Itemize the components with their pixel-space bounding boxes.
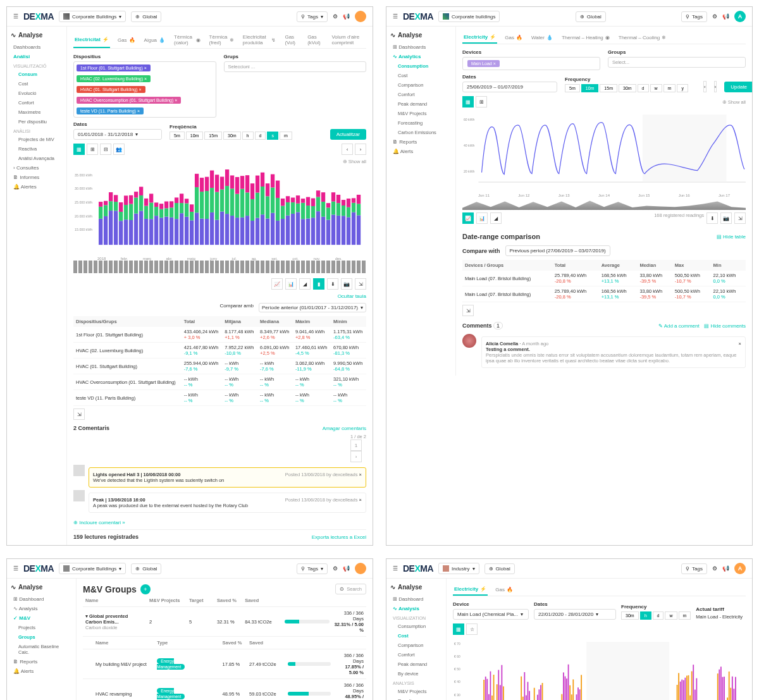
compare-select[interactable]: Previous period (27/06/2019 – 03/07/2019…: [505, 245, 610, 256]
update-button[interactable]: Actualitzar: [330, 129, 366, 140]
nav-cost[interactable]: Cost: [11, 79, 63, 89]
tab-electricity[interactable]: Electricity ⚡: [453, 584, 488, 596]
hide-comments-link[interactable]: ▤ Hide comments: [704, 323, 746, 329]
freq-d[interactable]: d: [255, 132, 266, 140]
freq-10m[interactable]: 10m: [581, 84, 599, 92]
nav-reports[interactable]: 🗎 Reports: [11, 657, 72, 666]
tab-gas-kvol[interactable]: Gas (kVol): [306, 32, 324, 48]
freq-w[interactable]: w: [650, 84, 662, 92]
nav-baseline[interactable]: Automatic Baseline Calc.: [11, 642, 72, 657]
export-icon[interactable]: ⇲: [734, 212, 746, 224]
groups-input[interactable]: Seleccioni ...: [224, 61, 367, 72]
search-input[interactable]: ⊙ Search: [335, 584, 366, 594]
dates-input[interactable]: 01/01/2018 - 31/12/2018 ▾: [73, 129, 162, 140]
freq-y[interactable]: y: [677, 84, 688, 92]
tab-aigua[interactable]: Aigua 💧: [143, 32, 166, 48]
nav-alerts[interactable]: 🔔 Alerts: [390, 147, 452, 156]
gear-icon[interactable]: ⚙: [712, 565, 717, 572]
export-icon[interactable]: ⇲: [355, 278, 366, 290]
menu-icon[interactable]: ☰: [13, 13, 18, 20]
nav-perdisp[interactable]: Per dispositiu: [11, 117, 63, 126]
export-table-icon[interactable]: ⇲: [73, 408, 85, 420]
nav-reports[interactable]: 🗎 Reports: [390, 137, 452, 147]
nav-alertes[interactable]: 🔔 Alertes: [11, 182, 63, 192]
announce-icon[interactable]: 📢: [343, 565, 350, 572]
gear-icon[interactable]: ⚙: [333, 13, 338, 20]
view-split-icon[interactable]: ⊟: [100, 144, 111, 155]
hide-table-link[interactable]: Ocultar taula: [338, 293, 366, 299]
freq-d[interactable]: d: [638, 84, 649, 92]
tags-select[interactable]: ⚲ Tags ▾: [297, 563, 328, 574]
nav-groups[interactable]: Groups: [11, 632, 72, 642]
nav-peak[interactable]: Peak demand: [390, 99, 452, 109]
region-select[interactable]: ⊕ Global: [484, 563, 515, 574]
nav-prev-icon[interactable]: ‹: [703, 81, 707, 92]
nav-consumption[interactable]: Consumption: [390, 622, 442, 631]
export-table-icon[interactable]: ⇲: [462, 305, 474, 316]
nav-analisi[interactable]: Anàlisi: [11, 52, 63, 61]
freq-10m[interactable]: 10m: [186, 132, 204, 140]
nav-bydevice[interactable]: By device: [390, 669, 442, 679]
nav-dashboard[interactable]: ⊞ Dashboard: [390, 594, 442, 604]
compare-select[interactable]: Període anterior (01/01/2017 - 31/12/201…: [259, 303, 366, 312]
gear-icon[interactable]: ⚙: [333, 565, 338, 572]
nav-peak[interactable]: Peak demand: [390, 660, 442, 669]
freq-m[interactable]: m: [679, 611, 691, 620]
region-select[interactable]: ⊕ Global: [131, 563, 161, 574]
chart-bar-icon[interactable]: 📊: [476, 212, 488, 224]
announce-icon[interactable]: 📢: [722, 13, 729, 20]
chart-stacked-icon[interactable]: ▮: [313, 278, 324, 290]
tab-water[interactable]: Water 💧: [530, 32, 554, 44]
nav-cost[interactable]: Cost: [390, 631, 442, 641]
chart-line-icon[interactable]: 📈: [271, 278, 283, 290]
scope-select[interactable]: Corporate Buildings ▾: [59, 563, 126, 574]
announce-icon[interactable]: 📢: [343, 13, 350, 20]
nav-analysis[interactable]: ∿ Analysis: [11, 604, 72, 613]
chart-area-icon[interactable]: ◢: [490, 212, 502, 224]
tab-elec-prod[interactable]: Electricitat produïda ↯: [242, 32, 278, 48]
announce-icon[interactable]: 📢: [722, 565, 729, 572]
groups-input[interactable]: Select...: [608, 57, 746, 68]
view-chart-icon[interactable]: ▦: [462, 96, 474, 107]
nav-confort[interactable]: Confort: [11, 98, 63, 107]
chip[interactable]: HVAC (02. Luxemburg Building) ×: [77, 75, 151, 82]
chip[interactable]: teste VD (11. Paris Building) ×: [77, 107, 144, 114]
freq-d[interactable]: d: [653, 611, 664, 620]
nav-dashboard[interactable]: ⊞ Dashboard: [11, 594, 72, 604]
menu-icon[interactable]: ☰: [393, 565, 398, 572]
showall-link[interactable]: ⊕ Show all: [722, 99, 746, 105]
dates-input[interactable]: 25/06/2019 – 01/07/2019: [462, 82, 557, 92]
tags-select[interactable]: ⚲ Tags ▾: [297, 11, 328, 22]
gear-icon[interactable]: ⚙: [712, 13, 717, 20]
tab-aire[interactable]: Volum d'aire comprimit: [330, 32, 366, 48]
nav-next-icon[interactable]: ›: [355, 144, 366, 155]
add-group-button[interactable]: +: [140, 584, 151, 594]
freq-s[interactable]: s: [267, 132, 278, 140]
add-comment-link[interactable]: ⊕ Incloure comentari »: [73, 520, 125, 525]
freq-15m[interactable]: 15m: [600, 84, 617, 92]
hide-comments-link[interactable]: Amagar comentaris: [323, 426, 366, 431]
nav-comparison[interactable]: Comparison: [390, 80, 452, 90]
nav-consum[interactable]: Consum: [11, 70, 63, 79]
chip[interactable]: 1st Floor (01. Stuttgart Building) ×: [77, 64, 151, 71]
freq-h[interactable]: h: [640, 611, 651, 620]
freq-30m[interactable]: 30m: [619, 84, 636, 92]
camera-icon[interactable]: 📷: [341, 278, 352, 290]
nav-dashboards[interactable]: Dashboards: [11, 42, 63, 52]
scope-select[interactable]: Corporate Buildings ▾: [59, 11, 126, 22]
nav-mv[interactable]: ✓ M&V: [11, 613, 72, 623]
tab-gas[interactable]: Gas 🔥: [116, 32, 137, 48]
project-row[interactable]: My building M&V projectEnergy Management…: [83, 649, 366, 679]
nav-mv[interactable]: M&V Projects: [390, 687, 442, 696]
freq-5m[interactable]: 5m: [565, 84, 580, 92]
nav-alerts[interactable]: 🔔 Alerts: [11, 666, 72, 676]
freq-h[interactable]: h: [242, 132, 254, 140]
download-icon[interactable]: ⬇: [707, 212, 718, 224]
tab-electricity[interactable]: Electricity ⚡: [462, 32, 497, 44]
showall-link[interactable]: ⊕ Show all: [343, 159, 366, 164]
nav-carbon[interactable]: Carbon Emissions: [390, 128, 452, 137]
tab-cooling[interactable]: Thermal – Cooling ❄: [617, 32, 667, 44]
nav-prev-icon[interactable]: ‹: [342, 144, 353, 155]
nav-miv[interactable]: Projectes de MiV: [11, 135, 63, 144]
add-comment-link[interactable]: ✎ Add a comment: [658, 323, 700, 329]
